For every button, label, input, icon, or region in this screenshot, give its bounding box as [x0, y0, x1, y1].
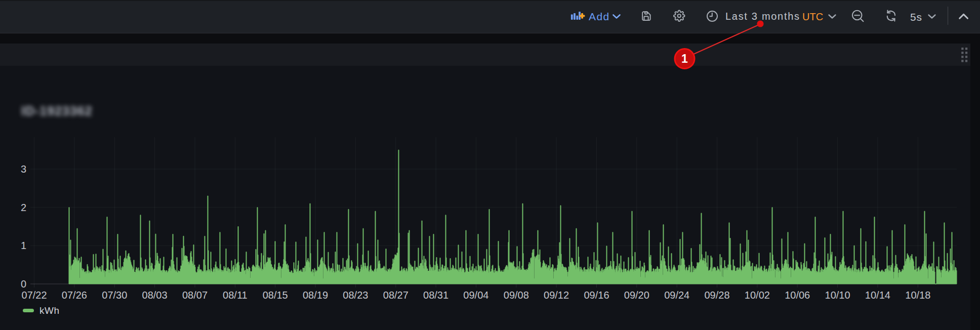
svg-text:1: 1 — [681, 52, 688, 65]
